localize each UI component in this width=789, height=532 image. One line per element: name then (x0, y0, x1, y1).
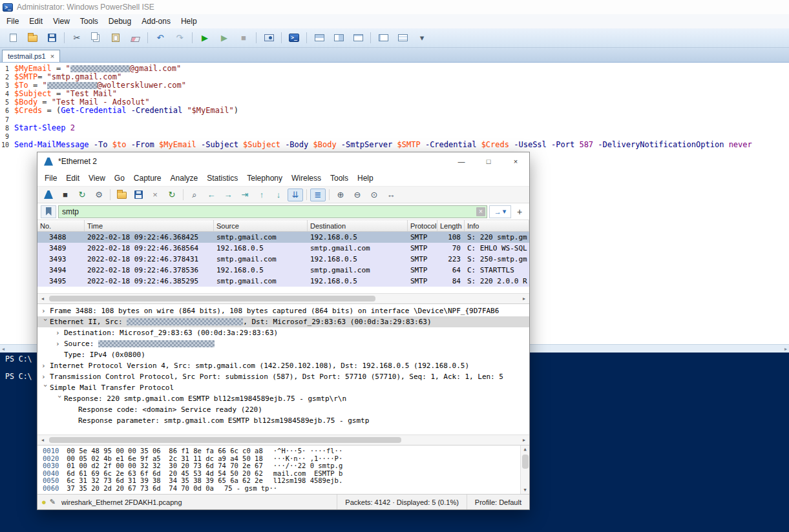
undo-icon[interactable]: ↶ (152, 31, 169, 45)
go-back-icon[interactable]: ← (204, 189, 219, 201)
expander-icon[interactable]: › (41, 360, 50, 371)
detail-row[interactable]: ›Ethernet II, Src: , Dst: Microsof_29:83… (37, 316, 529, 327)
ws-menu-statistics[interactable]: Statistics (202, 174, 242, 183)
ws-menu-tools[interactable]: Tools (326, 174, 353, 183)
zoom-reset-icon[interactable]: ⊙ (366, 189, 382, 201)
maximize-button[interactable]: □ (475, 152, 502, 170)
script-line-10[interactable]: 10Send-MailMessage -To $to -From $MyEmai… (0, 141, 789, 149)
expander-icon[interactable]: › (56, 338, 64, 349)
show-script-pane-icon[interactable] (394, 31, 411, 45)
scroll-left-icon[interactable]: ◂ (37, 294, 48, 303)
expert-info-icon[interactable]: ● (41, 497, 47, 507)
column-header-length[interactable]: Length (437, 220, 465, 231)
hex-row[interactable]: 001000 5e 48 95 00 00 35 06 86 f1 8e fa … (43, 447, 529, 455)
ws-menu-wireless[interactable]: Wireless (287, 174, 326, 183)
start-powershell-icon[interactable] (286, 31, 302, 45)
detail-row[interactable]: Response code: <domain> Service ready (2… (37, 404, 529, 415)
zoom-out-icon[interactable]: ⊖ (350, 189, 365, 201)
stop-capture-icon[interactable]: ■ (58, 189, 73, 201)
zoom-in-icon[interactable]: ⊕ (333, 189, 348, 201)
script-line-9[interactable]: 9 (0, 132, 789, 141)
column-header-info[interactable]: Info (465, 220, 529, 231)
open-capture-icon[interactable] (114, 189, 129, 201)
ws-menu-help[interactable]: Help (353, 174, 378, 183)
ise-menu-file[interactable]: File (1, 17, 24, 26)
detail-row[interactable]: ›Destination: Microsof_29:83:63 (00:0d:3… (37, 327, 529, 338)
start-capture-icon[interactable] (41, 189, 56, 201)
column-header-source[interactable]: Source (214, 220, 308, 231)
close-button[interactable]: × (502, 152, 529, 170)
scrollbar-thumb[interactable] (522, 455, 529, 469)
detail-row[interactable]: Type: IPv4 (0x0800) (37, 349, 529, 360)
script-line-6[interactable]: 6$Creds = (Get-Credential -Credential "$… (0, 107, 789, 115)
packet-list-horizontal-scrollbar[interactable]: ◂ ▸ (37, 293, 529, 303)
copy-icon[interactable] (88, 31, 105, 45)
ws-menu-capture[interactable]: Capture (129, 174, 166, 183)
filter-apply-button[interactable]: → ▾ (489, 205, 511, 218)
ws-menu-analyze[interactable]: Analyze (166, 174, 203, 183)
go-forward-icon[interactable]: → (220, 189, 236, 201)
new-script-icon[interactable] (5, 31, 21, 45)
packet-row-3493[interactable]: 34932022-02-18 09:22:46.378431smtp.gmail… (37, 254, 529, 265)
filter-bookmark-button[interactable] (41, 205, 56, 218)
script-line-8[interactable]: 8Start-Sleep 2 (0, 124, 789, 132)
go-last-packet-icon[interactable]: ↓ (271, 189, 286, 201)
filter-clear-icon[interactable]: × (476, 207, 485, 216)
auto-scroll-icon[interactable]: ⇊ (288, 189, 303, 201)
tab-testmail-ps1[interactable]: testmail.ps1 × (2, 50, 60, 62)
scrollbar-thumb[interactable] (49, 296, 375, 302)
expander-icon[interactable]: › (56, 327, 64, 338)
expander-icon[interactable]: › (40, 318, 51, 326)
profile-status[interactable]: Profile: Default (467, 495, 529, 509)
minimize-button[interactable]: — (448, 152, 475, 170)
scrollbar-thumb[interactable] (49, 437, 401, 443)
ws-menu-view[interactable]: View (84, 174, 110, 183)
resize-columns-icon[interactable]: ↔ (383, 189, 399, 201)
scroll-right-icon[interactable]: ▸ (519, 435, 529, 445)
packet-row-3495[interactable]: 34952022-02-18 09:22:46.385295smtp.gmail… (37, 276, 529, 287)
expander-icon[interactable]: › (41, 305, 50, 316)
ise-menu-view[interactable]: View (48, 17, 75, 26)
column-header-destination[interactable]: Destination (308, 220, 408, 231)
detail-row[interactable]: ›Frame 3488: 108 bytes on wire (864 bits… (37, 305, 529, 316)
show-script-pane-right-icon[interactable] (330, 31, 347, 45)
reload-capture-icon[interactable]: ↻ (164, 189, 180, 201)
scroll-left-icon[interactable]: ◂ (37, 435, 48, 445)
close-capture-icon[interactable]: × (147, 189, 163, 201)
expander-icon[interactable]: › (40, 384, 51, 392)
paste-icon[interactable] (107, 31, 124, 45)
ise-menu-debug[interactable]: Debug (103, 17, 136, 26)
column-header-no[interactable]: No. (37, 220, 85, 231)
scroll-down-icon[interactable]: ▼ (523, 487, 526, 493)
packet-row-3489[interactable]: 34892022-02-18 09:22:46.368564192.168.0.… (37, 243, 529, 254)
clear-console-icon[interactable] (127, 31, 143, 45)
open-script-icon[interactable] (24, 31, 41, 45)
save-icon[interactable] (43, 31, 60, 45)
detail-row[interactable]: ›Simple Mail Transfer Protocol (37, 382, 529, 393)
expander-icon[interactable]: › (54, 394, 65, 403)
find-packet-icon[interactable]: ⌕ (187, 189, 202, 201)
scroll-right-icon[interactable]: ▸ (784, 346, 787, 352)
new-remote-powershell-tab-icon[interactable] (260, 31, 277, 45)
column-header-protocol[interactable]: Protocol (408, 220, 437, 231)
hex-row[interactable]: 006037 35 20 2d 20 67 73 6d 74 70 0d 0a7… (43, 485, 529, 493)
ws-menu-file[interactable]: File (40, 174, 61, 183)
ws-menu-edit[interactable]: Edit (61, 174, 84, 183)
go-first-packet-icon[interactable]: ↑ (254, 189, 269, 201)
capture-comment-icon[interactable]: ✎ (50, 498, 56, 506)
display-filter-field[interactable]: × (58, 205, 487, 218)
detail-row[interactable]: Response parameter: smtp.gmail.com ESMTP… (37, 415, 529, 426)
ise-menu-help[interactable]: Help (176, 17, 202, 26)
scroll-up-icon[interactable]: ▲ (523, 447, 526, 452)
filter-dropdown-icon[interactable]: ▾ (503, 207, 507, 216)
cut-icon[interactable]: ✂ (68, 31, 85, 45)
filter-add-button[interactable]: + (513, 205, 526, 218)
scroll-left-icon[interactable]: ◂ (2, 346, 5, 352)
detail-row[interactable]: ›Response: 220 smtp.gmail.com ESMTP bl12… (37, 393, 529, 404)
redo-icon[interactable]: ↷ (171, 31, 188, 45)
script-line-7[interactable]: 7 (0, 116, 789, 124)
ise-menu-edit[interactable]: Edit (24, 17, 48, 26)
toolbar-overflow-icon[interactable]: ▾ (414, 31, 430, 45)
detail-row[interactable]: ›Source: (37, 338, 529, 349)
column-header-time[interactable]: Time (85, 220, 214, 231)
